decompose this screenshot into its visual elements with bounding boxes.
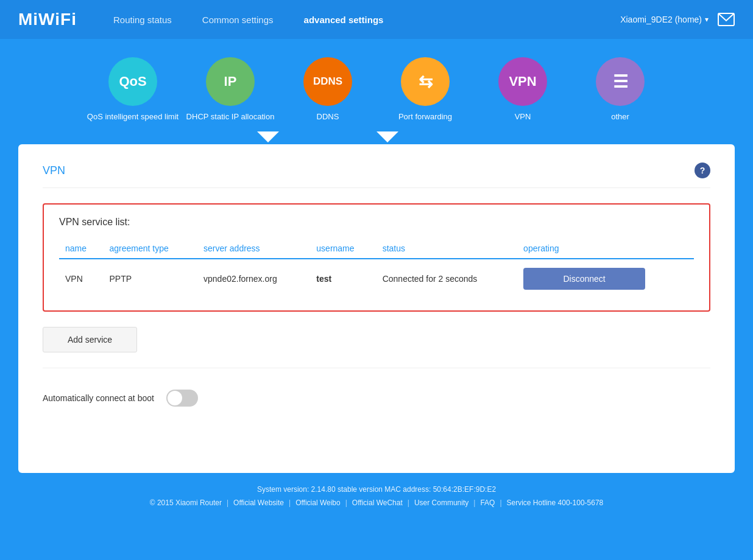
footer-link-faq[interactable]: FAQ bbox=[475, 499, 500, 507]
nav: Routing status Common settings advanced … bbox=[113, 9, 620, 31]
footer-link-user-community[interactable]: User Community bbox=[409, 499, 473, 507]
icon-menu: QoS QoS intelligent speed limit IP DHCP … bbox=[0, 39, 753, 133]
table-header-row: name agreement type server address usern… bbox=[59, 239, 694, 259]
footer-link-official-website[interactable]: Official Website bbox=[228, 499, 289, 507]
auto-connect-section: Automatically connect at boot bbox=[43, 383, 710, 413]
icon-item-qos[interactable]: QoS QoS intelligent speed limit bbox=[84, 51, 182, 127]
ip-circle-icon: IP bbox=[206, 57, 255, 106]
header-right: Xiaomi_9DE2 (home) ▾ bbox=[620, 13, 735, 26]
qos-label: QoS bbox=[119, 74, 146, 89]
user-info[interactable]: Xiaomi_9DE2 (home) ▾ bbox=[620, 15, 709, 24]
icon-item-ip[interactable]: IP DHCP static IP allocation bbox=[182, 51, 279, 127]
auto-connect-label: Automatically connect at boot bbox=[43, 393, 154, 403]
ddns-label: DDNS bbox=[313, 75, 342, 88]
row-username: test bbox=[310, 259, 376, 298]
username-label: Xiaomi_9DE2 (home) bbox=[620, 15, 702, 24]
footer: System version: 2.14.80 stable version M… bbox=[0, 473, 753, 513]
col-username: username bbox=[310, 239, 376, 259]
row-name: VPN bbox=[59, 259, 104, 298]
vpn-service-box: VPN service list: name agreement type se… bbox=[43, 203, 710, 312]
footer-link-hotline: Service Hotline 400-100-5678 bbox=[502, 499, 609, 507]
col-name: name bbox=[59, 239, 104, 259]
icon-item-portfwd[interactable]: ⇆ Port forwarding bbox=[376, 51, 474, 127]
footer-copyright: © 2015 Xiaomi Router bbox=[145, 499, 227, 507]
vpn-table: name agreement type server address usern… bbox=[59, 239, 694, 298]
col-agreement-type: agreement type bbox=[104, 239, 198, 259]
active-arrow bbox=[0, 131, 753, 142]
footer-link-official-weibo[interactable]: Official Weibo bbox=[291, 499, 345, 507]
row-action: Disconnect bbox=[517, 259, 694, 298]
main-content: VPN ? VPN service list: name agreement t… bbox=[18, 144, 735, 473]
vpn-circle-icon: VPN bbox=[498, 57, 547, 106]
qos-circle-icon: QoS bbox=[108, 57, 157, 106]
section-title: VPN ? bbox=[43, 163, 710, 178]
help-icon[interactable]: ? bbox=[695, 163, 710, 178]
system-info: System version: 2.14.80 stable version M… bbox=[0, 485, 753, 494]
portfwd-label: ⇆ bbox=[419, 72, 433, 92]
chevron-down-icon: ▾ bbox=[705, 15, 709, 24]
table-row: VPN PPTP vpnde02.fornex.org test Connect… bbox=[59, 259, 694, 298]
disconnect-button[interactable]: Disconnect bbox=[523, 268, 645, 290]
row-status: Connected for 2 seconds bbox=[376, 259, 517, 298]
section-divider bbox=[43, 368, 710, 368]
logo: MiWiFi bbox=[18, 10, 77, 29]
portfwd-icon-label: Port forwarding bbox=[398, 112, 452, 121]
col-server-address: server address bbox=[197, 239, 310, 259]
row-agreement-type: PPTP bbox=[104, 259, 198, 298]
other-label: ☰ bbox=[613, 72, 628, 92]
nav-common-settings[interactable]: Common settings bbox=[202, 9, 274, 31]
col-operating: operating bbox=[517, 239, 694, 259]
icon-item-other[interactable]: ☰ other bbox=[571, 51, 669, 127]
icon-item-ddns[interactable]: DDNS DDNS bbox=[279, 51, 376, 127]
other-icon-label: other bbox=[611, 112, 629, 121]
other-circle-icon: ☰ bbox=[596, 57, 645, 106]
ip-label: IP bbox=[224, 74, 237, 89]
title-divider bbox=[43, 187, 710, 188]
nav-advanced-settings[interactable]: advanced settings bbox=[304, 9, 384, 31]
footer-links: © 2015 Xiaomi Router | Official Website … bbox=[0, 499, 753, 507]
qos-icon-label: QoS intelligent speed limit bbox=[87, 112, 179, 121]
footer-link-official-wechat[interactable]: Official WeChat bbox=[347, 499, 408, 507]
col-status: status bbox=[376, 239, 517, 259]
add-service-button[interactable]: Add service bbox=[43, 327, 137, 352]
portfwd-circle-icon: ⇆ bbox=[401, 57, 450, 106]
vpn-icon-label: VPN bbox=[515, 112, 531, 121]
ddns-icon-label: DDNS bbox=[317, 112, 339, 121]
ip-icon-label: DHCP static IP allocation bbox=[186, 112, 275, 121]
vpn-label: VPN bbox=[509, 74, 536, 89]
icon-item-vpn[interactable]: VPN VPN bbox=[474, 51, 571, 127]
nav-routing-status[interactable]: Routing status bbox=[113, 9, 172, 31]
row-server-address: vpnde02.fornex.org bbox=[197, 259, 310, 298]
vpn-box-title: VPN service list: bbox=[59, 217, 694, 228]
header: MiWiFi Routing status Common settings ad… bbox=[0, 0, 753, 39]
mail-icon[interactable] bbox=[718, 13, 735, 26]
ddns-circle-icon: DDNS bbox=[303, 57, 352, 106]
auto-connect-toggle[interactable] bbox=[166, 390, 198, 407]
vpn-section-title: VPN bbox=[43, 164, 65, 177]
